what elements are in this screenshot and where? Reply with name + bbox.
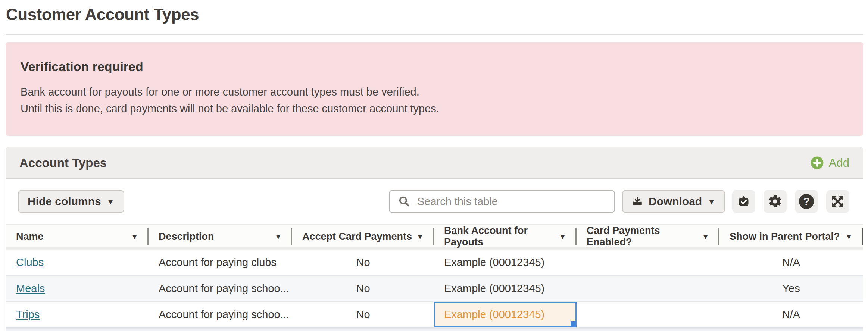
column-filter-caret-icon[interactable]: ▼ [559, 233, 566, 240]
cell-show-in-parent-portal[interactable]: Yes [719, 276, 863, 301]
account-type-link[interactable]: Trips [16, 309, 40, 321]
selected-cell-value: Example (00012345) [444, 309, 544, 321]
column-filter-caret-icon[interactable]: ▼ [275, 233, 282, 240]
column-filter-caret-icon[interactable]: ▼ [845, 233, 852, 240]
column-header-bank-account[interactable]: Bank Account for Payouts ▼ [434, 225, 577, 248]
cell-name: Clubs [6, 250, 149, 275]
alert-title: Verification required [21, 59, 848, 74]
column-filter-caret-icon[interactable]: ▼ [416, 233, 424, 240]
table-header-row: Name ▼ Description ▼ Accept Card Payment… [6, 224, 863, 250]
column-header-description[interactable]: Description ▼ [149, 225, 292, 248]
cell-card-payments-enabled[interactable] [577, 302, 719, 327]
table-toolbar: Hide columns ▼ [6, 179, 863, 224]
alert-line-2: Until this is done, card payments will n… [21, 100, 848, 117]
next-row-partial [6, 328, 863, 331]
hide-columns-button[interactable]: Hide columns ▼ [18, 190, 124, 213]
settings-button[interactable] [764, 190, 787, 213]
help-button[interactable]: ? [795, 190, 818, 213]
chevron-down-icon: ▼ [107, 198, 115, 206]
column-header-label: Show in Parent Portal? [730, 231, 840, 242]
bulk-actions-button[interactable] [732, 190, 755, 213]
alert-line-1: Bank account for payouts for one or more… [21, 84, 848, 100]
plus-circle-icon [810, 156, 824, 170]
hide-columns-label: Hide columns [28, 195, 101, 208]
page-title: Customer Account Types [6, 5, 868, 24]
account-types-panel: Account Types Add Hide columns ▼ [6, 147, 863, 331]
column-header-label: Bank Account for Payouts [444, 225, 559, 248]
table-row: Meals Account for paying schoo... No Exa… [6, 276, 863, 302]
account-type-link[interactable]: Meals [16, 282, 45, 295]
toolbar-right-group: Download ▼ [389, 190, 849, 213]
cell-show-in-parent-portal[interactable]: N/A [719, 250, 863, 275]
toolbar-icon-buttons: ? [732, 190, 849, 213]
column-header-show-in-parent-portal[interactable]: Show in Parent Portal? ▼ [719, 225, 863, 248]
cell-card-payments-enabled[interactable] [577, 250, 719, 275]
column-filter-caret-icon[interactable]: ▼ [131, 233, 138, 240]
cell-bank-account[interactable]: Example (00012345) [434, 250, 577, 275]
panel-title: Account Types [19, 156, 107, 170]
cell-name: Meals [6, 276, 149, 301]
add-button-label: Add [829, 156, 849, 170]
column-header-label: Card Payments Enabled? [587, 225, 702, 248]
add-button[interactable]: Add [810, 156, 849, 170]
column-filter-caret-icon[interactable]: ▼ [702, 233, 709, 240]
fullscreen-button[interactable] [826, 190, 849, 213]
search-input[interactable] [417, 195, 606, 208]
table-row: Trips Account for paying schoo... No Exa… [6, 302, 863, 328]
panel-header: Account Types Add [6, 147, 863, 179]
cell-bank-account-selected[interactable]: Example (00012345) [434, 302, 577, 327]
column-header-label: Description [159, 231, 214, 242]
download-button-label: Download [649, 195, 702, 208]
table-search [389, 190, 615, 213]
cell-bank-account[interactable]: Example (00012345) [434, 276, 577, 301]
table-row: Clubs Account for paying clubs No Exampl… [6, 250, 863, 276]
expand-arrows-icon [830, 194, 845, 209]
cell-accept-card-payments[interactable]: No [292, 302, 434, 327]
column-header-card-payments-enabled[interactable]: Card Payments Enabled? ▼ [577, 225, 719, 248]
title-divider [6, 34, 863, 35]
question-circle-icon: ? [799, 194, 814, 209]
column-header-accept-card-payments[interactable]: Accept Card Payments ▼ [292, 225, 434, 248]
cell-card-payments-enabled[interactable] [577, 276, 719, 301]
cell-accept-card-payments[interactable]: No [292, 276, 434, 301]
cell-accept-card-payments[interactable]: No [292, 250, 434, 275]
cell-show-in-parent-portal[interactable]: N/A [719, 302, 863, 327]
cell-name: Trips [6, 302, 149, 327]
chevron-down-icon: ▼ [708, 198, 715, 206]
search-icon [398, 195, 410, 208]
cell-description[interactable]: Account for paying schoo... [149, 276, 292, 301]
cell-description[interactable]: Account for paying schoo... [149, 302, 292, 327]
clipboard-check-icon [736, 194, 751, 209]
download-button[interactable]: Download ▼ [622, 190, 725, 213]
verification-alert: Verification required Bank account for p… [6, 42, 863, 136]
column-header-name[interactable]: Name ▼ [6, 225, 149, 248]
column-header-label: Accept Card Payments [302, 231, 412, 242]
gear-icon [768, 194, 783, 209]
cell-description[interactable]: Account for paying clubs [149, 250, 292, 275]
selection-fill-handle[interactable] [571, 321, 576, 326]
download-icon [632, 196, 643, 207]
column-header-label: Name [16, 231, 44, 242]
account-type-link[interactable]: Clubs [16, 256, 44, 269]
